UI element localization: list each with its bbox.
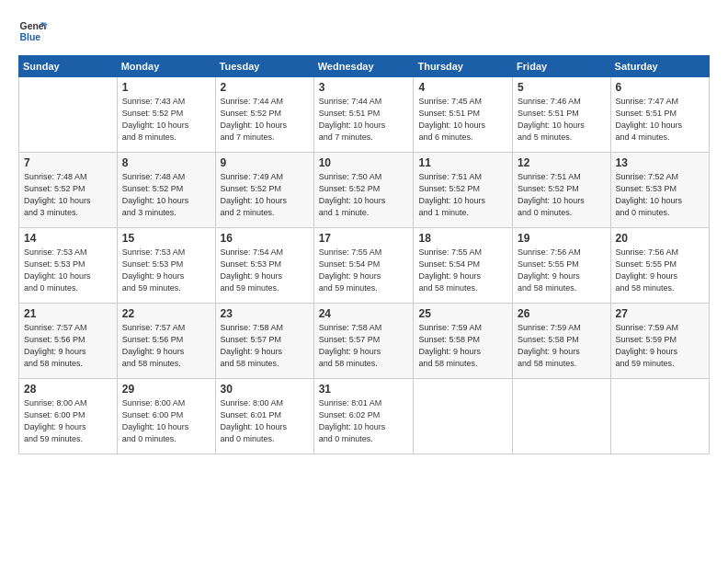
day-number: 31 [319, 383, 409, 396]
calendar-cell: 2Sunrise: 7:44 AMSunset: 5:52 PMDaylight… [215, 77, 313, 153]
calendar-cell: 27Sunrise: 7:59 AMSunset: 5:59 PMDayligh… [610, 304, 709, 379]
calendar-cell: 12Sunrise: 7:51 AMSunset: 5:52 PMDayligh… [513, 153, 610, 228]
day-number: 13 [616, 156, 704, 169]
day-info: Sunrise: 7:56 AMSunset: 5:55 PMDaylight:… [518, 247, 605, 294]
calendar-cell: 5Sunrise: 7:46 AMSunset: 5:51 PMDaylight… [513, 77, 610, 153]
calendar-cell [19, 77, 118, 153]
day-info: Sunrise: 7:45 AMSunset: 5:51 PMDaylight:… [418, 96, 507, 144]
calendar-table: SundayMondayTuesdayWednesdayThursdayFrid… [18, 55, 710, 454]
day-number: 15 [122, 232, 210, 245]
day-number: 25 [418, 307, 507, 320]
calendar-week-2: 7Sunrise: 7:48 AMSunset: 5:52 PMDaylight… [19, 153, 710, 228]
calendar-cell: 16Sunrise: 7:54 AMSunset: 5:53 PMDayligh… [215, 228, 313, 304]
calendar-cell: 19Sunrise: 7:56 AMSunset: 5:55 PMDayligh… [513, 228, 610, 304]
calendar-cell [610, 379, 709, 454]
calendar-cell: 21Sunrise: 7:57 AMSunset: 5:56 PMDayligh… [19, 304, 118, 379]
day-info: Sunrise: 8:00 AMSunset: 6:00 PMDaylight:… [24, 397, 112, 445]
day-info: Sunrise: 7:47 AMSunset: 5:51 PMDaylight:… [616, 96, 704, 144]
header-monday: Monday [117, 56, 215, 77]
day-info: Sunrise: 7:56 AMSunset: 5:55 PMDaylight:… [616, 247, 704, 294]
calendar-cell: 18Sunrise: 7:55 AMSunset: 5:54 PMDayligh… [414, 228, 513, 304]
calendar-cell [513, 379, 610, 454]
day-number: 16 [221, 232, 309, 245]
day-number: 14 [24, 232, 112, 245]
day-info: Sunrise: 7:53 AMSunset: 5:53 PMDaylight:… [24, 247, 112, 294]
calendar-cell: 7Sunrise: 7:48 AMSunset: 5:52 PMDaylight… [19, 153, 118, 228]
day-number: 1 [122, 81, 210, 94]
calendar-cell: 9Sunrise: 7:49 AMSunset: 5:52 PMDaylight… [215, 153, 313, 228]
day-number: 23 [221, 307, 309, 320]
calendar-cell [414, 379, 513, 454]
calendar-cell: 8Sunrise: 7:48 AMSunset: 5:52 PMDaylight… [117, 153, 215, 228]
day-number: 3 [319, 81, 409, 94]
calendar-cell: 28Sunrise: 8:00 AMSunset: 6:00 PMDayligh… [19, 379, 118, 454]
calendar-cell: 30Sunrise: 8:00 AMSunset: 6:01 PMDayligh… [215, 379, 313, 454]
day-number: 8 [122, 156, 210, 169]
day-info: Sunrise: 7:46 AMSunset: 5:51 PMDaylight:… [518, 96, 605, 144]
day-info: Sunrise: 7:55 AMSunset: 5:54 PMDaylight:… [418, 247, 507, 294]
logo: General Blue [18, 17, 51, 46]
day-info: Sunrise: 7:52 AMSunset: 5:53 PMDaylight:… [616, 171, 704, 219]
day-info: Sunrise: 8:00 AMSunset: 6:00 PMDaylight:… [122, 397, 210, 445]
calendar-cell: 25Sunrise: 7:59 AMSunset: 5:58 PMDayligh… [414, 304, 513, 379]
calendar-cell: 29Sunrise: 8:00 AMSunset: 6:00 PMDayligh… [117, 379, 215, 454]
day-info: Sunrise: 7:50 AMSunset: 5:52 PMDaylight:… [319, 171, 409, 219]
day-number: 26 [518, 307, 605, 320]
calendar-cell: 24Sunrise: 7:58 AMSunset: 5:57 PMDayligh… [313, 304, 414, 379]
day-info: Sunrise: 7:59 AMSunset: 5:59 PMDaylight:… [616, 322, 704, 370]
calendar-week-1: 1Sunrise: 7:43 AMSunset: 5:52 PMDaylight… [19, 77, 710, 153]
day-info: Sunrise: 7:49 AMSunset: 5:52 PMDaylight:… [221, 171, 309, 219]
day-number: 10 [319, 156, 409, 169]
day-info: Sunrise: 7:44 AMSunset: 5:51 PMDaylight:… [319, 96, 409, 144]
calendar-cell: 22Sunrise: 7:57 AMSunset: 5:56 PMDayligh… [117, 304, 215, 379]
day-info: Sunrise: 8:00 AMSunset: 6:01 PMDaylight:… [221, 397, 309, 445]
calendar-cell: 4Sunrise: 7:45 AMSunset: 5:51 PMDaylight… [414, 77, 513, 153]
calendar-cell: 3Sunrise: 7:44 AMSunset: 5:51 PMDaylight… [313, 77, 414, 153]
day-number: 22 [122, 307, 210, 320]
calendar-cell: 13Sunrise: 7:52 AMSunset: 5:53 PMDayligh… [610, 153, 709, 228]
day-number: 30 [221, 383, 309, 396]
calendar-cell: 6Sunrise: 7:47 AMSunset: 5:51 PMDaylight… [610, 77, 709, 153]
day-info: Sunrise: 7:57 AMSunset: 5:56 PMDaylight:… [122, 322, 210, 370]
calendar-cell: 15Sunrise: 7:53 AMSunset: 5:53 PMDayligh… [117, 228, 215, 304]
calendar-cell: 31Sunrise: 8:01 AMSunset: 6:02 PMDayligh… [313, 379, 414, 454]
day-number: 19 [518, 232, 605, 245]
svg-text:Blue: Blue [20, 32, 41, 42]
calendar-cell: 17Sunrise: 7:55 AMSunset: 5:54 PMDayligh… [313, 228, 414, 304]
day-info: Sunrise: 7:55 AMSunset: 5:54 PMDaylight:… [319, 247, 409, 294]
header-tuesday: Tuesday [215, 56, 313, 77]
day-info: Sunrise: 7:48 AMSunset: 5:52 PMDaylight:… [24, 171, 112, 219]
logo-icon: General Blue [18, 17, 48, 46]
header-wednesday: Wednesday [313, 56, 414, 77]
day-number: 9 [221, 156, 309, 169]
calendar-cell: 1Sunrise: 7:43 AMSunset: 5:52 PMDaylight… [117, 77, 215, 153]
day-number: 11 [418, 156, 507, 169]
day-number: 7 [24, 156, 112, 169]
header-friday: Friday [513, 56, 610, 77]
day-number: 21 [24, 307, 112, 320]
day-info: Sunrise: 7:54 AMSunset: 5:53 PMDaylight:… [221, 247, 309, 294]
day-number: 12 [518, 156, 605, 169]
calendar-week-5: 28Sunrise: 8:00 AMSunset: 6:00 PMDayligh… [19, 379, 710, 454]
day-info: Sunrise: 7:51 AMSunset: 5:52 PMDaylight:… [518, 171, 605, 219]
calendar-cell: 10Sunrise: 7:50 AMSunset: 5:52 PMDayligh… [313, 153, 414, 228]
calendar-week-4: 21Sunrise: 7:57 AMSunset: 5:56 PMDayligh… [19, 304, 710, 379]
day-number: 5 [518, 81, 605, 94]
day-number: 24 [319, 307, 409, 320]
header-thursday: Thursday [414, 56, 513, 77]
day-info: Sunrise: 7:51 AMSunset: 5:52 PMDaylight:… [418, 171, 507, 219]
day-info: Sunrise: 7:58 AMSunset: 5:57 PMDaylight:… [221, 322, 309, 370]
calendar-cell: 26Sunrise: 7:59 AMSunset: 5:58 PMDayligh… [513, 304, 610, 379]
day-info: Sunrise: 7:58 AMSunset: 5:57 PMDaylight:… [319, 322, 409, 370]
header: General Blue [18, 17, 710, 46]
day-number: 4 [418, 81, 507, 94]
day-info: Sunrise: 7:48 AMSunset: 5:52 PMDaylight:… [122, 171, 210, 219]
day-info: Sunrise: 7:53 AMSunset: 5:53 PMDaylight:… [122, 247, 210, 294]
calendar-week-3: 14Sunrise: 7:53 AMSunset: 5:53 PMDayligh… [19, 228, 710, 304]
calendar-cell: 20Sunrise: 7:56 AMSunset: 5:55 PMDayligh… [610, 228, 709, 304]
day-number: 20 [616, 232, 704, 245]
day-number: 2 [221, 81, 309, 94]
day-info: Sunrise: 7:43 AMSunset: 5:52 PMDaylight:… [122, 96, 210, 144]
header-sunday: Sunday [19, 56, 118, 77]
page: General Blue SundayMondayTuesdayWednesda… [0, 0, 728, 563]
